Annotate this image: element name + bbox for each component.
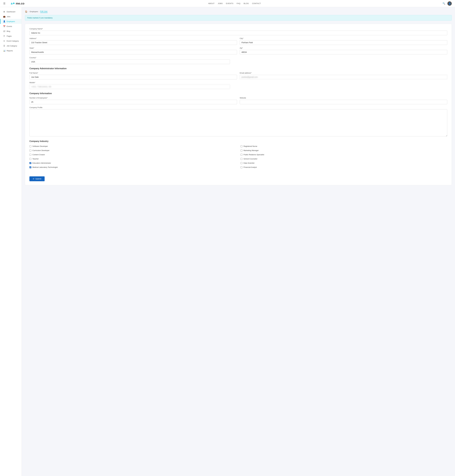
sidebar-item-pages[interactable]: 🗒 Pages	[0, 34, 22, 39]
checkbox-financial-analyst[interactable]	[241, 166, 242, 168]
country-input[interactable]	[29, 59, 230, 64]
label-content-creator: Content Creator	[32, 154, 45, 156]
nav-jobs[interactable]: JOBS	[218, 2, 223, 4]
label-software-developer: Software Developer	[32, 145, 48, 147]
checkbox-curriculum-developer[interactable]	[29, 150, 31, 151]
city-input[interactable]	[240, 40, 447, 45]
events-icon: 📅	[3, 25, 5, 27]
employees-label: Number of Employees*	[29, 97, 237, 99]
mobile-input[interactable]	[29, 84, 230, 89]
sidebar-item-events[interactable]: 📅 Events	[0, 24, 22, 29]
industry-item-education-administrator: Education Administrator	[29, 161, 236, 165]
sidebar-item-reports[interactable]: 📊 Reports	[0, 48, 22, 53]
fullname-input[interactable]	[29, 75, 237, 79]
zip-input[interactable]	[240, 50, 447, 55]
employers-icon: 👤	[3, 20, 5, 23]
checkbox-education-administrator[interactable]	[29, 162, 31, 164]
sidebar-label-dashboard: Dashboard	[7, 11, 15, 13]
sidebar-item-dashboard[interactable]: ⊞ Dashboard	[0, 9, 22, 14]
reports-icon: 📊	[3, 50, 5, 52]
zip-group: Zip*	[240, 47, 447, 55]
state-input[interactable]	[29, 50, 237, 55]
name-email-row: Full Name* Email address*	[29, 72, 447, 81]
checkbox-marketing-manager[interactable]	[241, 150, 242, 151]
industry-item-medical-laboratory-technologist: Medical Laboratory Technologist	[29, 166, 236, 169]
checkbox-public-relations-specialist[interactable]	[241, 154, 242, 156]
search-icon[interactable]: 🔍	[443, 2, 445, 5]
checkbox-teacher[interactable]	[29, 158, 31, 160]
home-icon[interactable]: 🏠	[25, 10, 27, 13]
submit-button[interactable]: ↺ Submit	[29, 176, 45, 181]
sidebar-item-employers[interactable]: 👤 Employers	[0, 19, 22, 24]
blog-icon: 📰	[3, 30, 5, 32]
checkbox-content-creator[interactable]	[29, 154, 31, 156]
country-group: Country*	[29, 57, 230, 64]
industry-item-data-scientist: Data Scientist	[241, 161, 447, 165]
mandatory-alert: Fields marked (*) are mandatory	[25, 15, 452, 21]
fullname-group: Full Name*	[29, 72, 237, 79]
breadcrumb-current: Edit User	[40, 10, 48, 13]
industry-section-title: Company Industry	[29, 140, 447, 143]
sidebar-item-event-category[interactable]: ⊙ Event Category	[0, 39, 22, 43]
address-input[interactable]	[29, 40, 237, 45]
state-group: State*	[29, 47, 237, 55]
industry-item-content-creator: Content Creator	[29, 153, 236, 156]
industry-item-financial-analyst: Financial Analyst	[241, 166, 447, 169]
sidebar-label-job-category: Job Category	[7, 45, 17, 47]
industry-item-software-developer: Software Developer	[29, 145, 236, 148]
label-education-administrator: Education Administrator	[32, 162, 51, 164]
checkbox-software-developer[interactable]	[29, 145, 31, 147]
label-medical-laboratory-technologist: Medical Laboratory Technologist	[32, 166, 58, 168]
label-financial-analyst: Financial Analyst	[244, 166, 257, 168]
dashboard-icon: ⊞	[3, 11, 5, 13]
nav-blog[interactable]: BLOG	[244, 2, 249, 4]
nav-faq[interactable]: FAQ	[237, 2, 241, 4]
sidebar-label-blog: Blog	[7, 30, 10, 32]
checkbox-medical-laboratory-technologist[interactable]	[29, 166, 31, 168]
city-group: City*	[240, 37, 447, 45]
website-input[interactable]	[240, 100, 447, 104]
sidebar: ⊞ Dashboard 💼 Jobs 👤 Employers 📅 Events …	[0, 7, 22, 188]
sidebar-label-employers: Employers	[7, 20, 15, 23]
pages-icon: 🗒	[3, 35, 5, 37]
checkbox-registered-nurse[interactable]	[241, 145, 242, 147]
sidebar-item-jobs[interactable]: 💼 Jobs	[0, 14, 22, 19]
submit-area: ↺ Submit	[29, 173, 447, 181]
website-label: Website	[240, 97, 447, 99]
event-category-icon: ⊙	[3, 40, 5, 42]
industry-item-school-counselor: School Counselor	[241, 157, 447, 160]
hamburger-icon[interactable]: ☰	[3, 2, 5, 5]
edit-user-form: Company Name* Address* City* State* Zip*	[25, 24, 452, 185]
nav-about[interactable]: ABOUT	[208, 2, 214, 4]
industry-item-registered-nurse: Registered Nurse	[241, 145, 447, 148]
breadcrumb-employers[interactable]: Employers	[30, 11, 38, 13]
employees-website-row: Number of Employees* Website	[29, 97, 447, 106]
checkbox-data-scientist[interactable]	[241, 162, 242, 164]
state-zip-row: State* Zip*	[29, 47, 447, 57]
nav-contact[interactable]: CONTACT	[252, 2, 261, 4]
user-avatar[interactable]: 👤	[447, 1, 452, 6]
checkbox-school-counselor[interactable]	[241, 158, 242, 160]
label-school-counselor: School Counselor	[244, 158, 258, 160]
employees-input[interactable]	[29, 100, 237, 104]
mobile-group: Mobile*	[29, 81, 230, 89]
employees-group: Number of Employees*	[29, 97, 237, 104]
email-input[interactable]	[240, 75, 447, 79]
company-section-title: Company Information	[29, 92, 447, 95]
nav-events[interactable]: EVENTS	[226, 2, 234, 4]
sidebar-item-blog[interactable]: 📰 Blog	[0, 29, 22, 34]
profile-textarea[interactable]	[29, 109, 447, 136]
nav-links: ABOUT JOBS EVENTS FAQ BLOG CONTACT	[31, 2, 438, 4]
company-name-input[interactable]	[29, 31, 447, 35]
website-group: Website	[240, 97, 447, 104]
sidebar-item-job-category[interactable]: ☰ Job Category	[0, 43, 22, 48]
mobile-label: Mobile*	[29, 81, 230, 84]
profile-group: Company Profile	[29, 106, 447, 137]
label-data-scientist: Data Scientist	[244, 162, 254, 164]
sidebar-label-reports: Reports	[7, 50, 13, 52]
zip-label: Zip*	[240, 47, 447, 49]
industry-item-curriculum-developer: Curriculum Developer	[29, 149, 236, 152]
main-content: 🏠 › Employers › Edit User Fields marked …	[22, 7, 455, 188]
topnav-icons: 🔍 👤	[443, 1, 452, 6]
logo[interactable]: a✦me.co	[11, 2, 24, 5]
